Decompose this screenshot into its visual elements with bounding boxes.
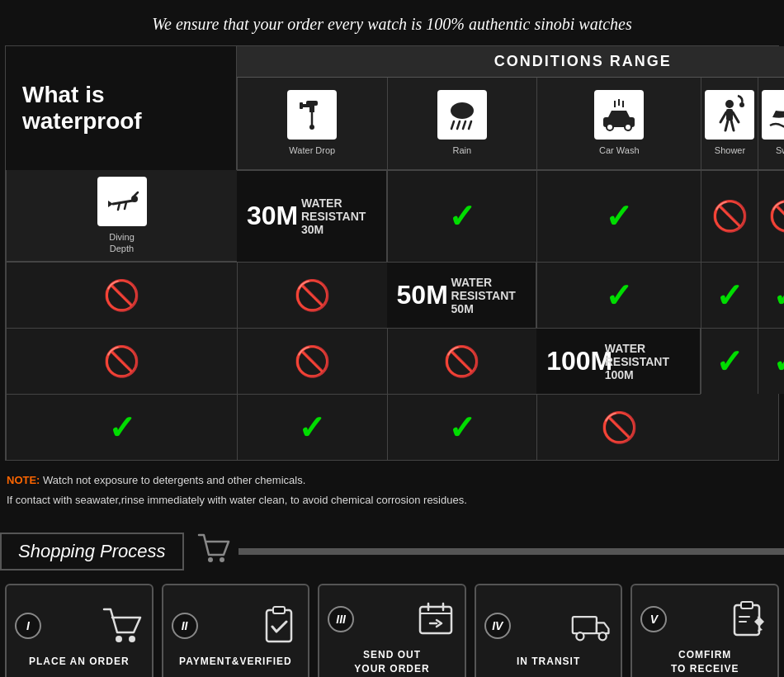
swim-icon [762, 90, 784, 140]
svg-rect-21 [726, 109, 733, 121]
step-4-num: IV [484, 613, 511, 639]
step-4-icon [517, 605, 613, 646]
svg-point-20 [725, 100, 734, 108]
car-wash-label: Car Wash [599, 144, 640, 156]
shopping-title: Shopping Process [18, 541, 166, 561]
step-1-label: PLACE AN ORDER [29, 655, 130, 669]
result-100m-1: ✓ [701, 328, 758, 394]
icon-cell-swim: Swim [758, 78, 784, 170]
result-100m-6: ✓ [237, 394, 387, 460]
result-50m-8: 🚫 [387, 328, 537, 394]
svg-point-3 [309, 125, 314, 130]
result-50m-1: ✓ [536, 262, 701, 328]
top-banner: We ensure that your order every watch is… [0, 0, 784, 45]
car-wash-icon [594, 90, 644, 140]
result-50m-2: ✓ [701, 262, 758, 328]
step-5-icon [673, 599, 769, 640]
step-4-box: IV IN TRANSIT [475, 584, 623, 677]
shopping-title-box: Shopping Process [0, 533, 184, 570]
result-30m-3: 🚫 [701, 170, 758, 263]
water-drop-icon [287, 90, 337, 140]
rain-icon [437, 90, 487, 140]
step-1-icon [48, 605, 144, 646]
result-100m-5: ✓ [6, 394, 237, 460]
svg-point-38 [116, 636, 122, 642]
note-line1: NOTE: Watch not exposure to detergents a… [7, 471, 777, 490]
step-2-label: PAYMENT&VERIFIED [179, 655, 292, 669]
water-drop-label: Water Drop [289, 144, 335, 156]
result-100m-7: ✓ [387, 394, 537, 460]
result-30m-7: 🚫 [6, 262, 237, 328]
note-text1: Watch not exposure to detergents and oth… [40, 474, 305, 486]
shower-label: Shower [715, 144, 745, 156]
conditions-range-header: CONDITIONS RANGE [237, 46, 784, 78]
svg-point-39 [129, 636, 135, 642]
svg-point-47 [577, 633, 584, 641]
row-50m-label: 50M [387, 272, 445, 319]
diving-depth-label: DivingDepth [109, 231, 135, 255]
step-1-box: I PLACE AN ORDER [5, 584, 153, 677]
row-30m-label: 30M [237, 192, 295, 239]
svg-rect-46 [573, 617, 597, 633]
step-4-label: IN TRANSIT [517, 655, 580, 669]
icon-cell-water-drop: Water Drop [237, 78, 387, 170]
steps-row: I PLACE AN ORDER II [0, 584, 784, 677]
result-30m-4: 🚫 [758, 170, 784, 263]
svg-rect-40 [267, 610, 291, 641]
step-1-header: I [15, 605, 144, 646]
svg-rect-50 [741, 602, 753, 608]
shopping-divider-bar [239, 548, 784, 555]
result-30m-8: 🚫 [237, 262, 387, 328]
note-line2: If contact with seawater,rinse immediate… [7, 490, 777, 509]
result-50m-6: 🚫 [6, 328, 237, 394]
step-4-header: IV [484, 605, 613, 646]
step-3-label: SEND OUTYOUR ORDER [354, 648, 429, 676]
row-50m-full-label: WATER RESISTANT 50M [445, 267, 536, 324]
svg-point-36 [208, 557, 213, 562]
step-3-box: III SEND OUTYOUR ORDER [318, 584, 466, 677]
step-3-header: III [328, 599, 456, 640]
step-3-icon [361, 599, 456, 640]
step-5-label: COMFIRMTO RECEIVE [671, 648, 739, 676]
waterproof-title: What is waterproof [6, 46, 237, 170]
result-30m-2: ✓ [536, 170, 701, 263]
row-100m-header: 100M WATER RESISTANT 100M [536, 328, 701, 394]
svg-point-48 [599, 633, 607, 641]
step-5-num: V [640, 606, 667, 632]
waterproof-section: What is waterproof CONDITIONS RANGE [5, 45, 779, 461]
svg-point-7 [451, 102, 474, 119]
icon-cell-rain: Rain [387, 78, 537, 170]
icon-cell-shower: Shower [701, 78, 758, 170]
svg-point-37 [220, 557, 224, 562]
svg-rect-49 [734, 605, 759, 635]
result-50m-3: ✓ [758, 262, 784, 328]
step-2-box: II PAYMENT&VERIFIED [162, 584, 310, 677]
svg-rect-5 [300, 102, 303, 109]
row-100m-full-label: WATER RESISTANT 100M [598, 334, 701, 390]
svg-point-26 [739, 102, 744, 107]
notes-section: NOTE: Watch not exposure to detergents a… [0, 461, 784, 516]
step-2-num: II [172, 613, 198, 639]
swim-label: Swim [776, 144, 784, 156]
note-label: NOTE: [7, 474, 40, 486]
diving-depth-icon [97, 177, 147, 226]
row-30m-header: 30M WATER RESISTANT 30M [237, 170, 387, 263]
icon-cell-diving-depth: DivingDepth [6, 170, 237, 263]
row-100m-label: 100M [536, 338, 598, 385]
step-2-icon [205, 605, 300, 646]
banner-text: We ensure that your order every watch is… [152, 15, 632, 33]
shopping-cart-icon [197, 533, 230, 570]
step-5-box: V COMFIRMTO RECEIVE [631, 584, 779, 677]
icon-cell-car-wash: Car Wash [536, 78, 701, 170]
waterproof-grid: What is waterproof CONDITIONS RANGE [6, 46, 778, 460]
row-50m-header: 50M WATER RESISTANT 50M [387, 262, 537, 328]
step-3-num: III [328, 606, 354, 632]
svg-point-14 [607, 124, 613, 130]
svg-rect-41 [273, 607, 285, 613]
step-5-header: V [640, 599, 769, 640]
result-50m-7: 🚫 [237, 328, 387, 394]
shower-icon [705, 90, 754, 140]
result-30m-1: ✓ [387, 170, 537, 263]
rain-label: Rain [453, 144, 472, 156]
row-30m-full-label: WATER RESISTANT 30M [295, 188, 386, 244]
